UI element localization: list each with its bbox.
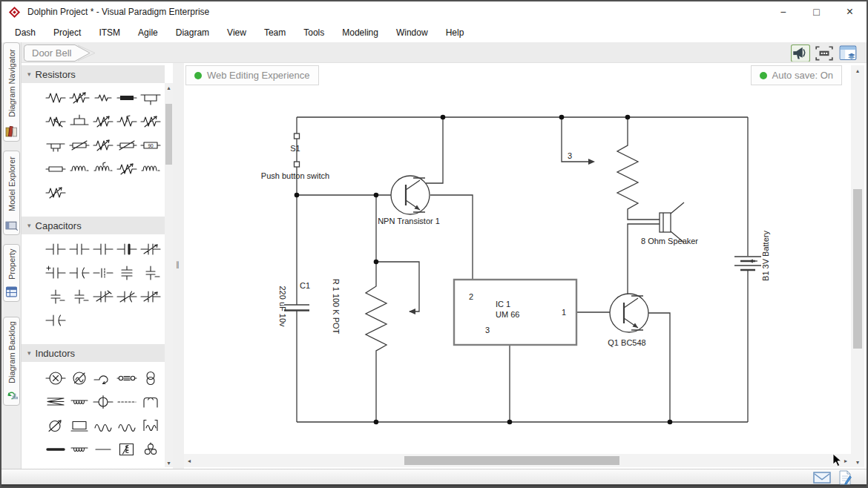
- stencil-item-coupled-coils[interactable]: [139, 371, 162, 386]
- canvas-horizontal-scrollbar[interactable]: ◂ ▸: [184, 454, 851, 467]
- stencil-item-bridge-resistor[interactable]: [44, 138, 68, 153]
- stencil-item-resistor-90[interactable]: 90: [139, 138, 162, 153]
- potentiometer-r1[interactable]: [366, 262, 419, 422]
- collapse-triangle-icon[interactable]: ▾: [27, 349, 31, 357]
- stencil-item-curved-plate-capacitor[interactable]: [68, 266, 91, 280]
- stencil-item-electrolytic-capacitor[interactable]: [115, 242, 139, 257]
- stencil-item-low-power-resistor[interactable]: [91, 90, 115, 105]
- stencil-item-shielded-inductor[interactable]: [115, 371, 139, 386]
- stencil-item-non-polarized-capacitor[interactable]: [68, 242, 91, 257]
- stencil-item-tapped-resistor[interactable]: [115, 114, 139, 129]
- stencil-item-phase-coil[interactable]: [91, 395, 115, 409]
- stencil-item-iron-core-inductor[interactable]: [115, 418, 139, 433]
- stencil-item-feedthrough-capacitor[interactable]: [91, 266, 115, 280]
- stencil-item-split-stator-capacitor[interactable]: [44, 313, 68, 328]
- section-header-inductors[interactable]: ▾Inductors: [22, 344, 165, 362]
- scroll-up-arrow-icon[interactable]: ▴: [851, 65, 864, 76]
- stencil-item-variable-coil[interactable]: [68, 371, 91, 386]
- diagram-canvas[interactable]: Web Editing Experience Auto save: On: [184, 63, 851, 469]
- stencil-item-slide-resistor[interactable]: [115, 138, 139, 153]
- scroll-down-arrow-icon[interactable]: ▾: [851, 457, 864, 467]
- stencil-item-loop-inductor[interactable]: [139, 395, 162, 409]
- stencil-item-adjustable-resistor[interactable]: [91, 138, 115, 153]
- stencil-item-photoresistor[interactable]: [139, 114, 162, 129]
- stencil-item-box-resistor[interactable]: [44, 162, 68, 177]
- stencil-item-multi-line-inductor[interactable]: [44, 395, 68, 409]
- stencil-item-preset-resistor[interactable]: [68, 114, 91, 129]
- menu-item-tools[interactable]: Tools: [295, 27, 333, 38]
- stencil-item-dashed-line-inductor[interactable]: [115, 395, 139, 409]
- stencil-scrollbar[interactable]: ▴ ▾: [165, 83, 173, 467]
- stencil-item-bracket-inductor[interactable]: [139, 418, 162, 433]
- section-header-capacitors[interactable]: ▾Capacitors: [22, 217, 165, 234]
- stencil-item-loop-antenna[interactable]: [91, 371, 115, 386]
- capacitor-c1[interactable]: [284, 305, 309, 311]
- stencil-item-vertical-capacitor[interactable]: [139, 266, 162, 280]
- stencil-item-trimmer-capacitor[interactable]: [91, 289, 115, 304]
- sidebar-tab-diagram-navigator[interactable]: Diagram Navigator: [3, 42, 20, 142]
- stencil-item-air-core-inductor[interactable]: [91, 418, 115, 433]
- stencil-item-transformer-box[interactable]: [115, 442, 139, 457]
- menu-item-diagram[interactable]: Diagram: [167, 27, 218, 38]
- stencil-item-solid-bar-inductor[interactable]: [44, 442, 68, 457]
- wire-3-arrow[interactable]: [562, 117, 595, 165]
- tab-door-bell[interactable]: Door Bell: [23, 44, 97, 62]
- menu-item-project[interactable]: Project: [45, 27, 90, 38]
- menu-item-help[interactable]: Help: [437, 27, 473, 38]
- menu-item-agile[interactable]: Agile: [129, 27, 167, 38]
- speaker[interactable]: [628, 202, 684, 294]
- stencil-item-capacitor[interactable]: [44, 242, 68, 257]
- stencil-item-light-dependent-resistor[interactable]: [115, 162, 139, 177]
- stencil-item-motor-inductor[interactable]: [44, 371, 68, 386]
- close-button[interactable]: ×: [833, 1, 867, 22]
- stencil-item-variable-capacitor[interactable]: [139, 242, 162, 257]
- menu-item-dash[interactable]: Dash: [6, 27, 45, 38]
- stencil-item-fusible-resistor[interactable]: [68, 138, 91, 153]
- stencil-item-trimmer-resistor[interactable]: [139, 90, 162, 105]
- speaker-resistor[interactable]: [617, 117, 660, 220]
- canvas-vertical-scrollbar[interactable]: ▴ ▾: [851, 65, 864, 467]
- stencil-scrollbar-thumb[interactable]: [165, 104, 172, 165]
- vertical-scrollbar-thumb[interactable]: [853, 189, 862, 349]
- sidebar-tab-property[interactable]: Property: [3, 244, 20, 302]
- menu-item-itsm[interactable]: ITSM: [90, 27, 129, 38]
- splitter-grip-icon[interactable]: ∥: [176, 260, 180, 268]
- scroll-up-arrow-icon[interactable]: ▴: [165, 83, 173, 92]
- stencil-item-slashed-coil[interactable]: [44, 418, 68, 433]
- collapse-triangle-icon[interactable]: ▾: [27, 70, 31, 78]
- stencil-item-polarized-capacitor[interactable]: [91, 242, 115, 257]
- sidebar-tab-diagram-backlog[interactable]: Diagram Backlog: [3, 317, 20, 406]
- stencil-item-line-inductor[interactable]: [91, 442, 115, 457]
- section-header-resistors[interactable]: ▾Resistors: [22, 65, 165, 83]
- layer-panel-icon[interactable]: [838, 44, 858, 62]
- horizontal-scrollbar-thumb[interactable]: [404, 456, 619, 465]
- stencil-item-resistor[interactable]: [44, 90, 68, 105]
- fit-shapes-icon[interactable]: [815, 44, 834, 62]
- stencil-item-three-phase-transformer[interactable]: [139, 442, 162, 457]
- stencil-item-ganged-capacitor[interactable]: [115, 266, 139, 280]
- minimize-button[interactable]: −: [766, 1, 800, 22]
- stencil-item-core-frame-inductor[interactable]: [68, 418, 91, 433]
- report-icon[interactable]: [838, 470, 852, 485]
- sidebar-tab-model-explorer[interactable]: Model Explorer: [3, 151, 20, 235]
- stencil-item-plus-capacitor[interactable]: [44, 266, 68, 280]
- stencil-item-vertical-electrolytic-capacitor[interactable]: [68, 289, 91, 304]
- npn-transistor-1[interactable]: [391, 176, 430, 214]
- stencil-item-memristor[interactable]: [44, 185, 68, 200]
- transistor-q1[interactable]: [610, 294, 648, 332]
- mail-icon[interactable]: [813, 472, 831, 484]
- menu-item-view[interactable]: View: [218, 27, 255, 38]
- stencil-item-tapped-inductor[interactable]: [68, 395, 91, 409]
- panel-splitter[interactable]: ∥: [173, 63, 184, 469]
- stencil-item-vertical-polarized-capacitor[interactable]: [44, 289, 68, 304]
- scroll-left-arrow-icon[interactable]: ◂: [184, 454, 194, 467]
- collapse-triangle-icon[interactable]: ▾: [27, 222, 31, 229]
- stencil-item-adjustable-coil[interactable]: [68, 442, 91, 457]
- stencil-item-differential-capacitor[interactable]: [139, 289, 162, 304]
- presentation-icon[interactable]: [791, 44, 810, 62]
- stencil-item-wirewound-resistor[interactable]: [68, 162, 91, 177]
- stencil-item-rheostat[interactable]: [91, 114, 115, 129]
- stencil-item-coil-resistor[interactable]: [139, 162, 162, 177]
- circuit-diagram[interactable]: S1 Push button switch NPN Transistor 1 C…: [184, 63, 851, 454]
- stencil-item-variable-curved-capacitor[interactable]: [115, 289, 139, 304]
